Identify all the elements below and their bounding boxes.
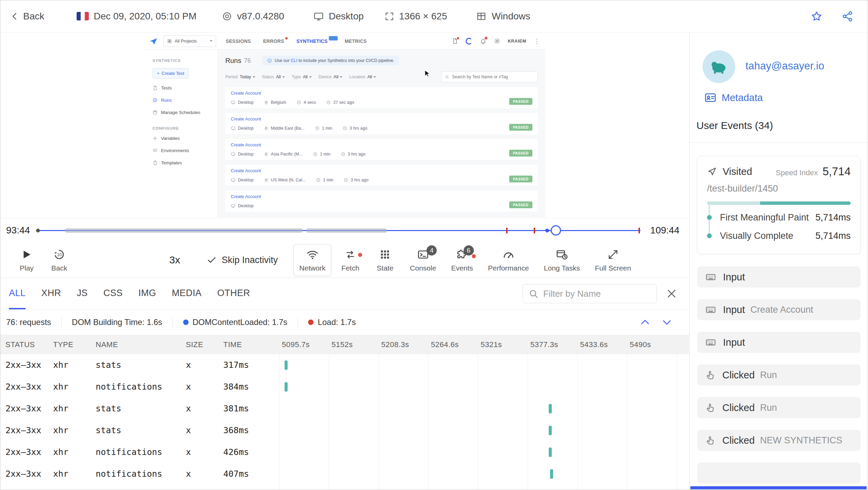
skip-inactivity-toggle[interactable]: Skip Inactivity <box>207 255 278 265</box>
share-button[interactable] <box>841 10 854 22</box>
monitor-icon <box>313 11 324 22</box>
favorite-star-button[interactable] <box>810 10 823 22</box>
app-sidebar-item-environments: Environments <box>152 148 218 153</box>
user-event-input[interactable]: Input <box>697 266 861 288</box>
user-events-list: Visited Speed Index 5,714 /test-builder/… <box>690 147 868 490</box>
session-date-label: Dec 09, 2020, 05:10 PM <box>94 11 196 22</box>
network-request-row[interactable]: 2xx–3xxxhr notificationsx 407ms <box>0 463 689 485</box>
network-tab-media[interactable]: MEDIA <box>172 278 202 309</box>
run-name-link: Create Account <box>231 168 532 173</box>
browser-version-label: v87.0.4280 <box>237 11 284 22</box>
play-button[interactable]: Play <box>20 248 34 272</box>
visited-label: Visited <box>723 166 752 177</box>
dom-content-loaded: DOMContentLoaded: 1.7s <box>183 317 288 327</box>
run-device: Desktop <box>231 100 254 105</box>
event-marker-red <box>639 228 640 233</box>
app-sidebar-section-configure: CONFIGURE <box>152 126 218 130</box>
run-ago: 3 hrs ago <box>343 178 368 182</box>
replay-viewport: All Projects SESSIONS ERRORS SYNTHETICS … <box>0 33 689 218</box>
app-filter-device: DeviceAll <box>319 75 342 79</box>
session-date: Dec 09, 2020, 05:10 PM <box>77 11 196 22</box>
hand-pointer-icon <box>705 403 716 413</box>
app-loading-spinner <box>466 38 472 45</box>
app-tab-errors: ERRORS <box>263 38 284 44</box>
network-request-row[interactable]: 2xx–3xxxhr statsx 368ms <box>0 420 689 441</box>
network-request-row[interactable]: 2xx–3xxxhr statsx 317ms <box>0 354 689 376</box>
os-label: Windows <box>492 11 530 22</box>
jump-previous-button[interactable] <box>639 316 651 328</box>
long-tasks-panel-button[interactable]: Long Tasks <box>538 244 586 276</box>
seek-track[interactable] <box>37 230 641 231</box>
user-event-clicked[interactable]: Clicked Run <box>697 364 861 386</box>
run-ago: 3 hrs ago <box>342 126 367 131</box>
user-event-partial[interactable] <box>697 462 861 484</box>
network-tab-other[interactable]: OTHER <box>217 278 250 309</box>
requests-count: 76: requests <box>6 317 51 327</box>
network-request-row[interactable]: 2xx–3xxxhr statsx 381ms <box>0 398 689 420</box>
waterfall-bar <box>549 447 552 457</box>
time-tick: 5377.3s <box>530 335 558 354</box>
full-screen-button[interactable]: Full Screen <box>589 244 637 276</box>
dom-building-time: DOM Building Time: 1.6s <box>72 317 162 327</box>
metrics-rail <box>709 205 710 235</box>
network-tab-all[interactable]: ALL <box>9 278 26 309</box>
back-button[interactable]: Back <box>10 11 44 22</box>
network-summary: 76: requests DOM Building Time: 1.6s DOM… <box>0 309 689 335</box>
back-10s-button[interactable]: 10 Back <box>51 248 67 272</box>
jump-next-button[interactable] <box>661 316 673 328</box>
fetch-icon <box>344 248 356 261</box>
check-icon <box>207 255 217 265</box>
run-location: Middle East (Ba... <box>264 126 305 131</box>
grid-icon <box>167 39 172 44</box>
network-tab-js[interactable]: JS <box>77 278 87 309</box>
app-cli-link: CLI <box>291 58 297 63</box>
fetch-panel-button[interactable]: Fetch <box>335 244 366 276</box>
state-icon <box>380 248 390 261</box>
visited-url: /test-builder/1450 <box>707 183 851 194</box>
network-tab-img[interactable]: IMG <box>139 278 156 309</box>
user-event-input[interactable]: Input Create Account <box>697 299 861 320</box>
app-changelog-icon <box>452 38 458 44</box>
app-filter-type: TypeAll <box>292 75 312 79</box>
console-panel-button[interactable]: Console 4 <box>404 244 442 276</box>
load-time: Load: 1.7s <box>308 317 356 327</box>
state-panel-button[interactable]: State <box>369 244 401 276</box>
chevron-down-icon <box>210 40 212 42</box>
app-main: Runs 76 Use our CLI to include your Synt… <box>218 50 545 218</box>
network-request-row[interactable]: 2xx–3xxxhr notificationsx 426ms <box>0 441 689 463</box>
visited-progress-bar <box>707 201 851 205</box>
events-panel-button[interactable]: Events 6 <box>445 244 479 276</box>
user-event-clicked[interactable]: Clicked Run <box>697 397 861 418</box>
keyboard-icon <box>705 337 716 348</box>
network-panel-button[interactable]: Network <box>293 244 331 276</box>
player-timeline[interactable]: 93:44 109:44 <box>0 218 689 242</box>
network-tab-xhr[interactable]: XHR <box>41 278 61 309</box>
speed-toggle[interactable]: 3x <box>170 254 180 266</box>
visited-event-card[interactable]: Visited Speed Index 5,714 /test-builder/… <box>697 156 861 254</box>
time-tick: 5095.7s <box>282 335 310 354</box>
network-request-row[interactable]: 2xx–3xxxhr notificationsx 384ms <box>0 376 689 398</box>
run-location: Asia Pacific (M... <box>264 152 303 157</box>
performance-panel-button[interactable]: Performance <box>482 244 535 276</box>
recorded-cursor-icon <box>423 69 431 78</box>
current-time: 93:44 <box>6 225 30 236</box>
user-events-title: User Events (34) <box>696 120 773 131</box>
notification-dot <box>457 37 459 39</box>
network-filter-input[interactable] <box>543 289 651 299</box>
user-event-clicked[interactable]: Clicked NEW SYNTHETICS <box>697 430 861 451</box>
hand-pointer-icon <box>705 435 716 445</box>
network-filter-box[interactable] <box>523 284 657 303</box>
user-event-input[interactable]: Input <box>697 332 861 353</box>
recorded-app: All Projects SESSIONS ERRORS SYNTHETICS … <box>144 33 545 218</box>
close-panel-button[interactable] <box>666 288 677 299</box>
metadata-button[interactable]: Metadata <box>704 91 763 104</box>
console-count-badge: 4 <box>427 245 437 256</box>
app-run-card: Create Account Desktop Asia Pacific (M..… <box>225 139 538 160</box>
time-tick: 5264.6s <box>431 335 459 354</box>
run-duration: 1 min <box>313 152 331 157</box>
run-device: Desktop <box>231 178 254 182</box>
network-tab-css[interactable]: CSS <box>103 278 123 309</box>
time-tick: 5490s <box>630 335 651 354</box>
seek-knob[interactable] <box>551 225 561 235</box>
app-filter-period: PeriodToday <box>225 75 255 79</box>
